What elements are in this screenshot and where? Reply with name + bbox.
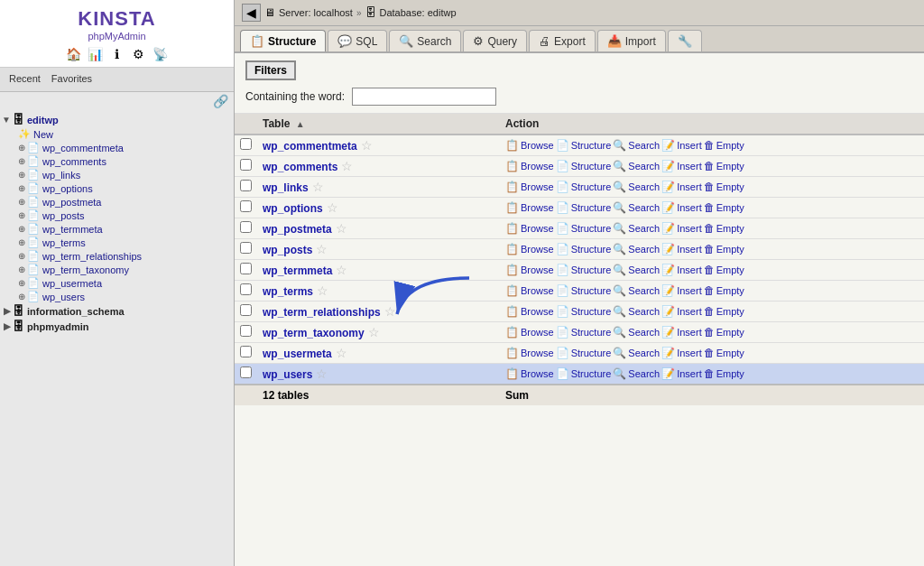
search-action[interactable]: 🔍 Search: [613, 139, 660, 152]
sidebar-item-wp_options[interactable]: ⊕ 📄 wp_options: [0, 181, 234, 195]
insert-action[interactable]: 📝 Insert: [661, 347, 702, 359]
insert-action[interactable]: 📝 Insert: [661, 305, 702, 318]
settings-icon[interactable]: ⚙: [130, 45, 148, 63]
search-action[interactable]: 🔍 Search: [613, 326, 660, 339]
favorite-star-icon[interactable]: ☆: [312, 367, 328, 381]
sidebar-item-wp_term_taxonomy[interactable]: ⊕ 📄 wp_term_taxonomy: [0, 263, 234, 276]
table-name-header[interactable]: Table ▲: [257, 114, 500, 135]
structure-action[interactable]: 📄 Structure: [556, 264, 612, 276]
favorite-star-icon[interactable]: ☆: [309, 180, 324, 194]
insert-action[interactable]: 📝 Insert: [661, 222, 702, 235]
sidebar-item-new[interactable]: ✨ New: [0, 127, 234, 141]
sidebar-item-wp_comments[interactable]: ⊕ 📄 wp_comments: [0, 154, 234, 168]
tab-more[interactable]: 🔧: [668, 30, 702, 51]
browse-action[interactable]: 📋 Browse: [505, 284, 554, 297]
structure-action[interactable]: 📄 Structure: [556, 181, 612, 193]
table-name-link[interactable]: wp_options: [263, 202, 323, 215]
structure-action[interactable]: 📄 Structure: [556, 243, 612, 255]
tab-structure[interactable]: 📋 Structure: [240, 30, 326, 51]
table-name-link[interactable]: wp_terms: [263, 285, 313, 298]
tab-import[interactable]: 📥 Import: [597, 30, 666, 51]
structure-action[interactable]: 📄 Structure: [556, 284, 612, 297]
structure-action[interactable]: 📄 Structure: [556, 160, 612, 172]
search-action[interactable]: 🔍 Search: [613, 201, 660, 214]
browse-action[interactable]: 📋 Browse: [505, 347, 554, 359]
structure-action[interactable]: 📄 Structure: [556, 305, 612, 318]
sidebar-item-editwp[interactable]: ▼ 🗄 editwp: [0, 112, 234, 127]
sidebar-item-wp_termmeta[interactable]: ⊕ 📄 wp_termmeta: [0, 222, 234, 236]
sidebar-item-wp_commentmeta[interactable]: ⊕ 📄 wp_commentmeta: [0, 141, 234, 154]
search-action[interactable]: 🔍 Search: [613, 284, 660, 297]
sidebar-item-wp_postmeta[interactable]: ⊕ 📄 wp_postmeta: [0, 195, 234, 209]
search-action[interactable]: 🔍 Search: [613, 264, 660, 276]
row-checkbox[interactable]: [240, 367, 252, 378]
structure-action[interactable]: 📄 Structure: [556, 201, 612, 214]
browse-action[interactable]: 📋 Browse: [505, 160, 554, 172]
home-icon[interactable]: 🏠: [65, 45, 83, 63]
browse-action[interactable]: 📋 Browse: [505, 222, 554, 235]
search-action[interactable]: 🔍 Search: [613, 181, 660, 193]
browse-action[interactable]: 📋 Browse: [505, 326, 554, 339]
favorite-star-icon[interactable]: ☆: [381, 304, 396, 319]
insert-action[interactable]: 📝 Insert: [661, 367, 702, 380]
table-name-link[interactable]: wp_commentmeta: [263, 140, 357, 153]
search-action[interactable]: 🔍 Search: [613, 160, 660, 172]
row-checkbox[interactable]: [240, 221, 252, 233]
tab-query[interactable]: ⚙ Query: [463, 30, 527, 51]
row-checkbox[interactable]: [240, 159, 252, 171]
search-action[interactable]: 🔍 Search: [613, 222, 660, 235]
empty-action[interactable]: 🗑 Empty: [704, 367, 744, 380]
empty-action[interactable]: 🗑 Empty: [704, 347, 744, 359]
link-icon[interactable]: 🔗: [213, 94, 228, 108]
table-name-link[interactable]: wp_term_relationships: [263, 306, 381, 319]
favorite-star-icon[interactable]: ☆: [332, 346, 347, 360]
empty-action[interactable]: 🗑 Empty: [704, 160, 744, 172]
row-checkbox[interactable]: [240, 346, 252, 357]
sidebar-item-wp_usermeta[interactable]: ⊕ 📄 wp_usermeta: [0, 276, 234, 290]
empty-action[interactable]: 🗑 Empty: [704, 201, 744, 214]
row-checkbox[interactable]: [240, 304, 252, 316]
empty-action[interactable]: 🗑 Empty: [704, 284, 744, 297]
insert-action[interactable]: 📝 Insert: [661, 181, 702, 193]
browse-action[interactable]: 📋 Browse: [505, 367, 554, 380]
structure-action[interactable]: 📄 Structure: [556, 367, 612, 380]
table-name-link[interactable]: wp_users: [263, 368, 312, 381]
empty-action[interactable]: 🗑 Empty: [704, 181, 744, 193]
row-checkbox[interactable]: [240, 138, 252, 150]
tab-search[interactable]: 🔍 Search: [389, 30, 461, 51]
empty-action[interactable]: 🗑 Empty: [704, 222, 744, 235]
favorite-star-icon[interactable]: ☆: [365, 325, 380, 339]
search-action[interactable]: 🔍 Search: [613, 367, 660, 380]
row-checkbox[interactable]: [240, 263, 252, 274]
favorite-star-icon[interactable]: ☆: [323, 200, 338, 215]
sidebar-item-wp_links[interactable]: ⊕ 📄 wp_links: [0, 168, 234, 181]
row-checkbox[interactable]: [240, 283, 252, 295]
empty-action[interactable]: 🗑 Empty: [704, 139, 744, 152]
favorite-star-icon[interactable]: ☆: [332, 221, 347, 236]
insert-action[interactable]: 📝 Insert: [661, 160, 702, 172]
insert-action[interactable]: 📝 Insert: [661, 139, 702, 152]
table-name-link[interactable]: wp_posts: [263, 244, 312, 256]
tab-export[interactable]: 🖨 Export: [529, 30, 596, 51]
browse-action[interactable]: 📋 Browse: [505, 201, 554, 214]
structure-action[interactable]: 📄 Structure: [556, 139, 612, 152]
browse-action[interactable]: 📋 Browse: [505, 181, 554, 193]
browse-action[interactable]: 📋 Browse: [505, 139, 554, 152]
filters-button[interactable]: Filters: [245, 60, 296, 80]
insert-action[interactable]: 📝 Insert: [661, 243, 702, 255]
structure-action[interactable]: 📄 Structure: [556, 347, 612, 359]
search-action[interactable]: 🔍 Search: [613, 347, 660, 359]
sidebar-item-information_schema[interactable]: ▶ 🗄 information_schema: [0, 303, 234, 319]
empty-action[interactable]: 🗑 Empty: [704, 305, 744, 318]
tab-sql[interactable]: 💬 SQL: [328, 30, 387, 51]
network-icon[interactable]: 📡: [152, 45, 170, 63]
table-name-link[interactable]: wp_links: [263, 181, 309, 194]
favorite-star-icon[interactable]: ☆: [337, 159, 353, 173]
favorite-star-icon[interactable]: ☆: [332, 263, 347, 277]
favorite-star-icon[interactable]: ☆: [313, 283, 328, 298]
row-checkbox[interactable]: [240, 180, 252, 191]
browse-action[interactable]: 📋 Browse: [505, 243, 554, 255]
favorite-star-icon[interactable]: ☆: [357, 138, 373, 153]
empty-action[interactable]: 🗑 Empty: [704, 243, 744, 255]
filter-input[interactable]: [352, 88, 496, 106]
